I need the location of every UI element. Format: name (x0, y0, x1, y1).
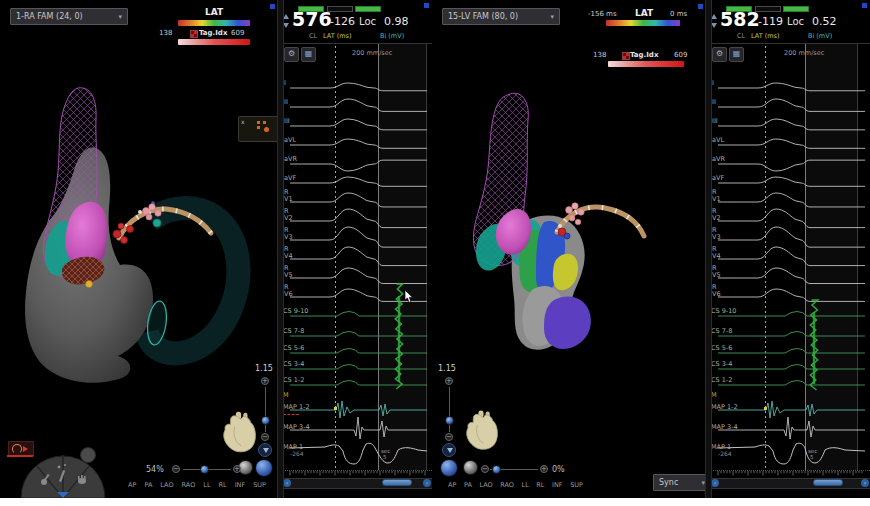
3d-map-scene-lv[interactable] (432, 60, 705, 440)
orientation-button-lao[interactable]: LAO (160, 481, 173, 489)
panel-divider[interactable] (705, 0, 712, 498)
tag-label: Tag.Idx (199, 29, 227, 37)
orientation-button-pa[interactable]: PA (144, 481, 152, 489)
ecg-panel-left[interactable]: 576 -126 Loc 0.98 CL LAT (ms) Bi (mV) ⚙ … (282, 0, 432, 498)
map-selector-label: 15-LV FAM (80, 0) (448, 12, 518, 21)
tag-max: 609 (231, 29, 244, 37)
reference-cursor-line[interactable] (805, 44, 806, 470)
orientation-button-pa[interactable]: PA (464, 481, 472, 489)
map-viewport-left[interactable]: 1-RA FAM (24, 0) LAT 138 Tag.Idx 609 (0, 0, 277, 498)
zoom-in-vertical-button[interactable]: + (445, 377, 453, 385)
view-reset-sphere-button[interactable] (440, 459, 458, 477)
snapshot-icon[interactable]: ▦ (729, 47, 744, 62)
tag-colorbar[interactable] (178, 39, 250, 45)
bi-value: 0.98 (384, 15, 409, 28)
orientation-button-inf[interactable]: INF (552, 481, 563, 489)
window-button[interactable] (424, 3, 429, 8)
map-selector-dropdown[interactable]: 15-LV FAM (80, 0) (442, 8, 560, 25)
tools-icon[interactable]: ⚙ (284, 47, 299, 62)
zoom-slider-thumb[interactable] (492, 465, 501, 474)
scroll-right-button[interactable]: › (423, 479, 431, 487)
heart-orientation-icon[interactable] (465, 404, 498, 458)
projection-globe-button[interactable] (463, 460, 478, 475)
zoom-out-button[interactable]: − (172, 465, 180, 473)
orientation-button-sup[interactable]: SUP (570, 481, 583, 489)
mouse-cursor (404, 290, 413, 303)
cs-channel-label: CS 7-8 (711, 328, 732, 335)
orientation-button-ll[interactable]: LL (203, 481, 210, 489)
zoom-in-vertical-button[interactable]: + (261, 377, 269, 385)
cs-channel-label: CS 9-10 (711, 308, 736, 315)
3d-map-scene-ra[interactable] (0, 60, 277, 440)
orientation-button-inf[interactable]: INF (235, 481, 246, 489)
heart-orientation-icon[interactable] (222, 406, 256, 460)
selection-band-edge (857, 44, 858, 470)
cl-unit-label: CL (737, 32, 745, 40)
collapse-button[interactable] (258, 443, 272, 457)
time-ruler (282, 470, 432, 478)
zoom-out-button[interactable]: − (481, 465, 489, 473)
ecg-scrollbar[interactable] (710, 478, 870, 489)
selection-band (378, 44, 426, 470)
orientation-button-rao[interactable]: RAO (182, 481, 196, 489)
ecg-lead-label: RV5 (712, 265, 721, 279)
orientation-button-ap[interactable]: AP (448, 481, 456, 489)
sync-dropdown[interactable]: Sync (653, 474, 711, 491)
lat-value: -126 (330, 15, 355, 28)
electrode-bead (138, 210, 142, 214)
lat-colorbar[interactable] (178, 20, 250, 26)
zoom-out-vertical-button[interactable]: − (445, 433, 453, 441)
spinner-icon[interactable] (711, 14, 718, 28)
scroll-left-button[interactable]: ‹ (283, 479, 291, 487)
scrollbar-thumb[interactable] (382, 479, 412, 486)
ecg-panel-right[interactable]: 582 -119 Loc 0.52 CL LAT (ms) Bi (mV) ⚙ … (710, 0, 870, 498)
gain-slider-thumb[interactable] (261, 416, 270, 425)
orientation-button-rl[interactable]: RL (219, 481, 227, 489)
zoom-in-button[interactable]: + (233, 465, 241, 473)
gain-value: 1.15 (438, 364, 456, 373)
panel-corner-button[interactable] (698, 4, 703, 9)
spinner-icon[interactable] (283, 14, 290, 28)
zoom-in-button[interactable]: + (540, 465, 548, 473)
collapse-button[interactable] (442, 443, 456, 457)
reference-cursor-line[interactable] (378, 44, 379, 470)
tag-icon (190, 30, 198, 38)
ecg-lead-label: aVF (284, 175, 296, 182)
gain-slider-thumb[interactable] (445, 416, 454, 425)
gain-slider-track[interactable] (265, 387, 266, 432)
ecg-header: 582 -119 Loc 0.52 CL LAT (ms) Bi (mV) (710, 0, 870, 44)
orientation-button-ap[interactable]: AP (128, 481, 136, 489)
zoom-slider-thumb[interactable] (200, 465, 209, 474)
orientation-button-sup[interactable]: SUP (253, 481, 266, 489)
bi-value: 0.52 (812, 15, 837, 28)
orientation-button-rl[interactable]: RL (536, 481, 544, 489)
scrollbar-thumb[interactable] (813, 479, 843, 486)
cs-channel-label: CS 1-2 (711, 377, 732, 384)
zoom-out-vertical-button[interactable]: − (261, 433, 269, 441)
ecg-lead-label: RV4 (284, 246, 293, 260)
ca-status-icon[interactable] (8, 441, 34, 456)
panel-corner-button[interactable] (270, 4, 275, 9)
tools-icon[interactable]: ⚙ (712, 47, 727, 62)
map-channel-label: MAP 3-4 (711, 424, 738, 431)
map-selector-dropdown[interactable]: 1-RA FAM (24, 0) (10, 8, 128, 25)
cs-channel-label: CS 1-2 (283, 377, 304, 384)
gain-slider-track[interactable] (449, 387, 450, 432)
ecg-lead-label: RV3 (712, 227, 721, 241)
lat-max: 0 ms (670, 10, 687, 18)
lat-colorbar[interactable] (606, 20, 680, 26)
scroll-right-button[interactable]: › (861, 479, 869, 487)
orientation-button-lao[interactable]: LAO (479, 481, 492, 489)
cs-channel-label: CS 3-4 (711, 361, 732, 368)
orientation-button-rao[interactable]: RAO (500, 481, 514, 489)
lat-unit-label: LAT (ms) (323, 32, 352, 40)
snapshot-icon[interactable]: ▦ (301, 47, 316, 62)
window-button[interactable] (862, 3, 867, 8)
scroll-left-button[interactable]: ‹ (711, 479, 719, 487)
orientation-button-ll[interactable]: LL (522, 481, 529, 489)
map-viewport-right[interactable]: 15-LV FAM (80, 0) -156 ms LAT 0 ms 138 T… (432, 0, 705, 498)
map-channel-label: MAP 1-2 (283, 404, 310, 411)
view-reset-sphere-button[interactable] (255, 459, 273, 477)
panel-divider[interactable] (277, 0, 284, 498)
close-icon[interactable]: x (241, 118, 245, 125)
